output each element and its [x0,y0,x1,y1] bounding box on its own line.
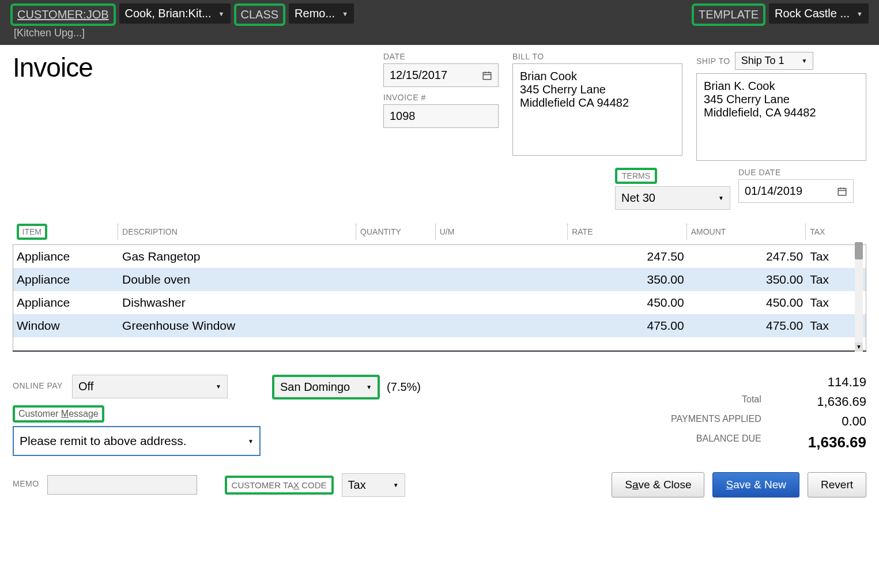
payments-applied-label: PAYMENTS APPLIED [636,414,761,429]
customer-job-select[interactable]: Cook, Brian:Kit...▼ [119,3,231,24]
calendar-icon [482,70,492,81]
total-value: 1,636.69 [773,394,866,409]
top-toolbar: CUSTOMER:JOB [Kitchen Upg...] Cook, Bria… [0,0,879,45]
date-label: DATE [383,52,499,61]
tax-jurisdiction-select[interactable]: San Domingo▼ [272,375,380,399]
template-select[interactable]: Rock Castle ...▼ [769,3,869,24]
terms-label: TERMS [615,168,657,184]
chevron-down-icon: ▼ [718,195,724,201]
ship-to-textarea[interactable]: Brian K. Cook 345 Cherry Lane Middlefiel… [696,73,866,161]
bill-to-label: BILL TO [512,52,682,61]
balance-due-label: BALANCE DUE [636,434,761,451]
line-items-table: ITEM DESCRIPTION QUANTITY U/M RATE AMOUN… [13,219,866,352]
revert-button[interactable]: Revert [808,472,866,497]
customer-tax-code-label: CUSTOMER TAX CODE [225,476,334,495]
invoice-num-input[interactable]: 1098 [383,104,499,128]
table-row[interactable]: ApplianceGas Rangetop247.50247.50Tax [13,245,866,269]
date-input[interactable]: 12/15/2017 [383,63,499,87]
bill-to-textarea[interactable]: Brian Cook 345 Cherry Lane Middlefield C… [512,63,682,156]
customer-job-subtext: [Kitchen Upg...] [10,26,116,40]
chevron-down-icon: ▼ [857,10,863,17]
table-scrollbar[interactable]: ▼ [855,242,863,352]
memo-label: MEMO [13,479,39,488]
chevron-down-icon: ▼ [801,58,807,64]
chevron-down-icon: ▼ [366,384,372,390]
col-qty: QUANTITY [357,219,436,245]
tax-rate-pct: (7.5%) [387,380,421,394]
customer-tax-code-select[interactable]: Tax▼ [342,473,405,497]
chevron-down-icon: ▼ [342,10,348,17]
chevron-down-icon: ▼ [218,10,225,17]
svg-rect-4 [838,188,846,195]
calendar-icon [837,186,847,197]
table-row[interactable]: ApplianceDishwasher450.00450.00Tax [13,291,866,314]
invoice-num-label: INVOICE # [383,93,499,102]
ship-to-label: SHIP TO [696,56,730,66]
ship-to-select[interactable]: Ship To 1▼ [735,52,814,70]
col-desc: DESCRIPTION [119,219,357,245]
save-new-button[interactable]: Save & New [712,472,799,497]
customer-message-label: Customer Message [13,405,104,423]
table-row[interactable]: WindowGreenhouse Window475.00475.00Tax [13,314,866,337]
total-label: Total [636,394,761,409]
col-amount: AMOUNT [688,219,807,245]
payments-applied-value: 0.00 [773,414,866,429]
page-title: Invoice [13,52,369,83]
table-row[interactable]: ApplianceDouble oven350.00350.00Tax [13,268,866,291]
balance-due-value: 1,636.69 [773,434,866,451]
due-date-label: DUE DATE [738,168,854,177]
template-label: TEMPLATE [692,3,765,26]
scroll-thumb[interactable] [855,242,863,259]
col-um: U/M [436,219,568,245]
col-item: ITEM [17,224,47,240]
scroll-down-icon[interactable]: ▼ [855,342,863,352]
svg-rect-0 [483,72,491,79]
class-label: CLASS [234,3,286,26]
due-date-input[interactable]: 01/14/2019 [738,179,854,203]
class-select[interactable]: Remo...▼ [289,3,354,24]
online-pay-select[interactable]: Off▼ [72,375,228,398]
tax-amount: 114.19 [773,375,866,390]
online-pay-label: ONLINE PAY [13,381,63,390]
col-tax: TAX [806,219,866,245]
chevron-down-icon: ▼ [216,383,221,390]
memo-input[interactable] [47,475,197,495]
terms-select[interactable]: Net 30▼ [615,186,730,210]
customer-job-label: CUSTOMER:JOB [10,3,116,26]
chevron-down-icon: ▼ [248,438,254,444]
save-close-button[interactable]: Save & Close [612,472,704,497]
customer-message-select[interactable]: Please remit to above address.▼ [13,426,261,456]
chevron-down-icon: ▼ [393,482,399,488]
col-rate: RATE [568,219,688,245]
